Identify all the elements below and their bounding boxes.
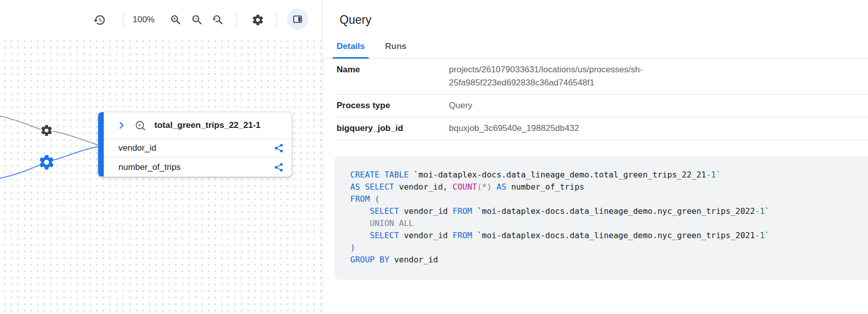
- node-title: total_green_trips_22_21-1: [154, 120, 261, 130]
- tab-details[interactable]: Details: [326, 36, 375, 58]
- lineage-node-table[interactable]: total_green_trips_22_21-1 vendor_id numb…: [98, 112, 292, 177]
- field-name: vendor_id: [118, 143, 156, 153]
- toolbar-divider: [236, 12, 237, 28]
- panel-tabs: Details Runs: [322, 36, 868, 59]
- toolbar-divider: [276, 12, 277, 28]
- lineage-icon[interactable]: [274, 162, 284, 172]
- zoom-in-icon[interactable]: [170, 14, 182, 26]
- detail-label: Name: [337, 63, 449, 89]
- lineage-icon[interactable]: [274, 143, 284, 153]
- zoom-level-label: 100%: [133, 15, 154, 25]
- detail-label: Process type: [337, 99, 449, 112]
- details-panel: Query Details Runs Nameprojects/26107903…: [322, 0, 868, 314]
- history-icon[interactable]: [93, 14, 106, 26]
- detail-row: Process typeQuery: [337, 95, 868, 117]
- sql-code-block: CREATE TABLE `moi-dataplex-docs.data_lin…: [335, 156, 868, 280]
- canvas-toolbar: 100%: [0, 0, 322, 36]
- sql-code-line: CREATE TABLE `moi-dataplex-docs.data_lin…: [350, 169, 860, 181]
- node-header[interactable]: total_green_trips_22_21-1: [104, 112, 292, 139]
- toolbar-divider: [123, 12, 123, 28]
- sql-code-line: SELECT vendor_id FROM `moi-dataplex-docs…: [350, 230, 860, 242]
- sql-code-line: FROM (: [350, 193, 860, 205]
- settings-icon[interactable]: [252, 14, 264, 26]
- node-field-row[interactable]: vendor_id: [104, 139, 292, 158]
- detail-value: Query: [449, 99, 492, 112]
- side-panel-toggle-icon: [292, 14, 303, 25]
- node-selected-bar: [98, 112, 104, 176]
- process-gear-icon-selected[interactable]: [38, 154, 55, 171]
- zoom-out-icon[interactable]: [191, 14, 203, 26]
- field-name: number_of_trips: [118, 162, 181, 172]
- side-panel-toggle-button[interactable]: [287, 9, 308, 30]
- lineage-canvas[interactable]: total_green_trips_22_21-1 vendor_id numb…: [0, 0, 322, 314]
- sql-code-line: GROUP BY vendor_id: [350, 254, 860, 266]
- sql-code-line: AS SELECT vendor_id, COUNT(*) AS number_…: [350, 181, 860, 193]
- details-table: Nameprojects/261079033631/locations/us/p…: [337, 59, 868, 140]
- process-gear-icon[interactable]: [40, 124, 53, 137]
- detail-value: projects/261079033631/locations/us/proce…: [449, 63, 663, 89]
- sql-code-line: ): [350, 242, 860, 254]
- lineage-app: total_green_trips_22_21-1 vendor_id numb…: [0, 0, 868, 314]
- lineage-edge-selected: [53, 147, 98, 160]
- detail-label: bigquery_job_id: [337, 122, 449, 135]
- lineage-edge: [0, 116, 40, 129]
- detail-row: bigquery_job_idbquxjob_3c69540e_198825db…: [337, 117, 868, 140]
- panel-title: Query: [322, 0, 868, 27]
- sql-code-line: UNION ALL: [350, 217, 860, 230]
- zoom-reset-icon[interactable]: [211, 14, 224, 26]
- lineage-edge: [53, 131, 98, 145]
- query-table-icon: [135, 120, 146, 131]
- sql-code-line: SELECT vendor_id FROM `moi-dataplex-docs…: [350, 205, 860, 217]
- detail-value: bquxjob_3c69540e_198825db432: [449, 122, 599, 135]
- detail-row: Nameprojects/261079033631/locations/us/p…: [337, 59, 868, 95]
- node-field-row[interactable]: number_of_trips: [104, 158, 292, 176]
- tab-runs[interactable]: Runs: [375, 36, 417, 58]
- expand-chevron-icon[interactable]: [116, 120, 127, 130]
- lineage-edge-selected: [0, 165, 40, 178]
